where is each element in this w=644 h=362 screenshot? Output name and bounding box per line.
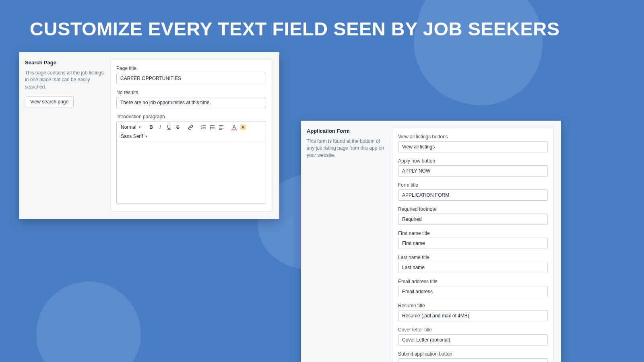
field-input[interactable] bbox=[398, 262, 548, 273]
bold-icon[interactable]: B bbox=[147, 123, 155, 131]
field-input[interactable] bbox=[398, 189, 548, 201]
align-icon[interactable] bbox=[217, 123, 225, 131]
search-page-title: Search Page bbox=[25, 60, 105, 66]
svg-rect-15 bbox=[219, 129, 222, 130]
field-label: Resume title bbox=[398, 303, 548, 309]
svg-rect-2 bbox=[202, 128, 206, 129]
search-page-description: This page contains all the job listings … bbox=[25, 70, 105, 90]
svg-point-8 bbox=[210, 128, 211, 129]
view-search-page-button[interactable]: View search page bbox=[25, 96, 74, 107]
svg-rect-9 bbox=[211, 125, 215, 125]
font-color-icon[interactable]: A bbox=[230, 123, 238, 131]
rte-toolbar: Normal ▾ B I U S 123 bbox=[117, 121, 266, 142]
strikethrough-icon[interactable]: S bbox=[174, 123, 182, 131]
svg-rect-0 bbox=[202, 125, 206, 125]
svg-text:3: 3 bbox=[201, 128, 202, 130]
svg-rect-14 bbox=[219, 128, 223, 128]
page-headline: CUSTOMIZE EVERY TEXT FIELD SEEN BY JOB S… bbox=[30, 18, 560, 40]
ordered-list-icon[interactable]: 123 bbox=[200, 123, 208, 131]
field-label: Apply now button bbox=[398, 158, 548, 164]
underline-icon[interactable]: U bbox=[165, 123, 173, 131]
field-label: Submit application button bbox=[398, 351, 548, 357]
page-title-input[interactable] bbox=[116, 73, 266, 84]
rte-format-select[interactable]: Normal ▾ bbox=[119, 123, 142, 131]
field-label: Form title bbox=[398, 182, 548, 188]
search-page-panel: Search Page This page contains all the j… bbox=[19, 52, 279, 219]
no-results-label: No results bbox=[116, 90, 266, 95]
field-label: Last name title bbox=[398, 255, 548, 260]
chevron-down-icon: ▾ bbox=[145, 134, 147, 138]
intro-paragraph-label: Introduction paragraph bbox=[116, 114, 266, 119]
svg-rect-10 bbox=[211, 127, 215, 127]
field-label: Email address title bbox=[398, 279, 548, 284]
rte-font-label: Sans Serif bbox=[121, 134, 143, 139]
svg-rect-1 bbox=[202, 127, 206, 127]
field-label: View all listings buttons bbox=[398, 134, 548, 140]
application-form-title: Application Form bbox=[307, 128, 386, 134]
field-label: Cover letter title bbox=[398, 327, 548, 333]
italic-icon[interactable]: I bbox=[156, 123, 164, 131]
rte-format-label: Normal bbox=[121, 124, 136, 130]
rte-font-select[interactable]: Sans Serif ▾ bbox=[119, 133, 149, 140]
field-input[interactable] bbox=[398, 165, 548, 177]
unordered-list-icon[interactable] bbox=[208, 123, 217, 131]
field-input[interactable] bbox=[398, 141, 548, 152]
field-input[interactable] bbox=[398, 334, 548, 346]
page-title-label: Page title bbox=[116, 66, 266, 71]
svg-rect-11 bbox=[211, 128, 215, 129]
field-input[interactable] bbox=[398, 238, 548, 249]
field-label: First name title bbox=[398, 230, 548, 236]
bg-shape bbox=[36, 282, 141, 362]
field-input[interactable] bbox=[398, 286, 548, 297]
application-form-description: This form is found at the bottom of any … bbox=[307, 138, 386, 159]
chevron-down-icon: ▾ bbox=[139, 125, 141, 129]
field-input[interactable] bbox=[398, 214, 548, 225]
no-results-input[interactable] bbox=[116, 97, 266, 108]
svg-rect-12 bbox=[219, 125, 223, 125]
highlight-color-icon[interactable]: A bbox=[239, 123, 247, 131]
rte-textarea[interactable] bbox=[117, 142, 266, 203]
link-icon[interactable] bbox=[187, 123, 195, 131]
field-input[interactable] bbox=[398, 310, 548, 321]
field-label: Required footnote bbox=[398, 206, 548, 212]
svg-point-7 bbox=[210, 127, 211, 128]
svg-rect-13 bbox=[219, 126, 222, 127]
svg-point-6 bbox=[210, 125, 211, 126]
application-form-panel: Application Form This form is found at t… bbox=[301, 121, 561, 362]
field-input[interactable] bbox=[398, 358, 548, 362]
rich-text-editor: Normal ▾ B I U S 123 bbox=[116, 121, 266, 204]
